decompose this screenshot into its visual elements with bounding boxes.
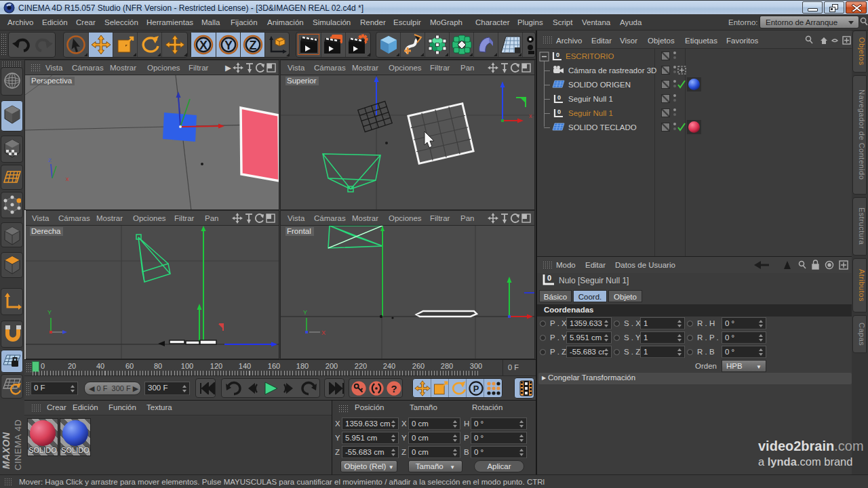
svg-text:Z: Z bbox=[48, 157, 52, 163]
svg-text:0: 0 bbox=[557, 108, 561, 115]
svg-text:Z: Z bbox=[250, 39, 257, 52]
svg-text:x: x bbox=[66, 176, 69, 182]
svg-text:X: X bbox=[321, 329, 326, 336]
svg-text:P: P bbox=[473, 384, 479, 394]
svg-text:X: X bbox=[199, 39, 208, 52]
svg-text:Y: Y bbox=[224, 39, 233, 52]
svg-text:Y: Y bbox=[47, 309, 52, 316]
svg-text:?: ? bbox=[391, 384, 397, 394]
svg-text:0: 0 bbox=[556, 52, 559, 58]
svg-text:0: 0 bbox=[557, 94, 561, 101]
svg-text:x: x bbox=[529, 113, 532, 119]
svg-text:Y: Y bbox=[303, 309, 307, 316]
svg-text:0: 0 bbox=[547, 274, 551, 282]
